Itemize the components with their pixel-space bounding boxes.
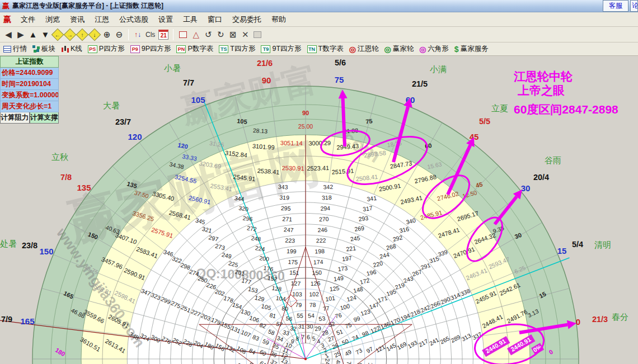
svg-text:269: 269 <box>354 224 365 232</box>
svg-text:320: 320 <box>238 205 249 212</box>
svg-text:221: 221 <box>346 244 356 252</box>
outer-label-28: 处暑 <box>0 239 17 248</box>
target-icon: ◎ <box>349 45 356 54</box>
pan-up-icon[interactable]: ↑ <box>76 28 89 41</box>
svg-text:224: 224 <box>255 244 265 252</box>
forward-icon[interactable]: ▶ <box>15 29 27 41</box>
9t-square-button[interactable]: T99T四方形 <box>261 44 301 54</box>
pan-right-icon[interactable]: → <box>64 28 77 41</box>
svg-text:55: 55 <box>297 312 303 319</box>
gann-wheel-button[interactable]: ◎江恩轮 <box>349 44 379 54</box>
panel-value-row-2: 变换系数=1.000000 <box>0 90 59 101</box>
outer-label-0: 小暑 <box>163 63 181 73</box>
shrink-icon[interactable]: ✕ <box>239 29 251 41</box>
outer-label-3: 21/6 <box>257 59 273 68</box>
outer-label-30: 150 <box>39 247 53 256</box>
panel-value-row-3: 周天变化步长=1 <box>0 101 59 112</box>
instrument-name: 上证指数 <box>0 56 59 68</box>
svg-text:175: 175 <box>288 258 298 266</box>
pan-left-icon[interactable]: ← <box>51 28 64 41</box>
pointer-up-icon[interactable]: ▲ <box>27 29 39 41</box>
outer-label-22: 大暑 <box>103 101 120 110</box>
quotes-button[interactable]: 行情 <box>3 44 27 54</box>
panel-buttons: 计算阻力 计算支撑 <box>0 112 59 124</box>
annotation-text-1: 上帝之眼 <box>517 84 565 97</box>
ps-icon: PS <box>88 45 97 53</box>
winner-service-button[interactable]: $赢家服务 <box>454 44 489 54</box>
menu-item-1[interactable]: 浏览 <box>40 13 65 26</box>
gann-wheel-chart: 赢家财富网赢家财富www.yingjia360.comcomQQ:1008003… <box>0 56 638 364</box>
svg-text:174: 174 <box>313 258 323 266</box>
sectors-button[interactable]: 板块 <box>32 44 55 54</box>
outer-label-6: 75 <box>335 75 344 84</box>
customer-service-button[interactable]: 客服 <box>603 0 628 12</box>
p-table-button[interactable]: PNP数字表 <box>176 44 213 54</box>
kline-button[interactable]: K线 <box>61 44 82 54</box>
t9-icon: T9 <box>261 45 270 53</box>
outer-label-16: 清明 <box>594 240 611 249</box>
triangle-tool-icon[interactable]: △ <box>190 29 202 41</box>
zoom-out-icon[interactable]: ⊖ <box>113 29 125 41</box>
svg-text:128: 128 <box>271 285 282 292</box>
hexagon-button[interactable]: ◎六角形 <box>419 44 449 54</box>
menu-logo-icon: 赢 <box>3 15 11 25</box>
outer-label-15: 30 <box>521 183 531 193</box>
p9-icon: P9 <box>130 45 140 53</box>
forum-button[interactable]: 论坛 <box>630 0 638 12</box>
winner-wheel-button[interactable]: ◎赢家轮 <box>384 44 414 54</box>
svg-text:56: 56 <box>285 315 293 323</box>
outer-label-31: 7/9 <box>1 315 12 324</box>
calendar-icon[interactable]: 21 <box>158 30 168 40</box>
menu-item-9[interactable]: 帮助 <box>266 13 291 26</box>
outer-label-32: 165 <box>20 316 34 326</box>
toolbar-label: 板块 <box>41 44 55 54</box>
svg-text:318: 318 <box>322 194 332 201</box>
svg-text:294: 294 <box>320 205 330 212</box>
outer-label-10: 立夏 <box>491 103 508 113</box>
9p-square-button[interactable]: P99P四方形 <box>130 44 171 54</box>
svg-text:104: 104 <box>275 295 286 302</box>
blocks-icon <box>32 45 40 53</box>
toolbar-label: 六角形 <box>428 44 449 54</box>
zoom-in-icon[interactable]: ⊕ <box>101 29 113 41</box>
outer-label-24: 120 <box>128 132 142 141</box>
calc-support-button[interactable]: 计算支撑 <box>30 112 59 124</box>
panel-value-row-1: 时间=20190104 <box>0 79 59 90</box>
toolbar-label: 行情 <box>13 44 27 54</box>
menu-item-7[interactable]: 窗口 <box>203 13 227 26</box>
instrument-panel: 上证指数 价格=2440.9099时间=20190104变换系数=1.00000… <box>0 56 59 124</box>
rotate-cw-icon[interactable]: ↻ <box>214 29 227 41</box>
outer-label-1: 7/7 <box>183 78 194 87</box>
menu-item-8[interactable]: 交易委托 <box>227 13 266 26</box>
instrument-values: 价格=2440.9099时间=20190104变换系数=1.000000周天变化… <box>0 68 59 112</box>
outer-label-8: 21/5 <box>412 79 428 88</box>
menu-item-4[interactable]: 公式选股 <box>114 13 153 26</box>
svg-text:25.00: 25.00 <box>298 123 313 130</box>
xbox-icon[interactable]: ⊠ <box>227 29 239 41</box>
menu-item-6[interactable]: 工具 <box>178 13 203 26</box>
p-square-button[interactable]: PSP四方形 <box>88 44 125 54</box>
updown-icon[interactable]: ↑↓ <box>132 29 144 41</box>
svg-text:31: 31 <box>298 323 304 330</box>
cls-button[interactable]: Cls <box>144 29 157 41</box>
menu-item-0[interactable]: 文件 <box>16 13 40 26</box>
outer-label-29: 23/8 <box>22 241 37 250</box>
svg-text:125: 125 <box>329 285 340 292</box>
menu-item-5[interactable]: 设置 <box>153 13 178 26</box>
panel-icon[interactable] <box>254 31 261 38</box>
svg-text:176: 176 <box>263 264 274 272</box>
back-icon[interactable]: ◀ <box>2 29 15 41</box>
calc-resistance-button[interactable]: 计算阻力 <box>0 112 30 124</box>
t-square-button[interactable]: TST四方形 <box>219 44 255 54</box>
svg-text:102: 102 <box>309 290 319 297</box>
svg-text:317: 317 <box>362 205 373 212</box>
t-table-button[interactable]: TNT数字表 <box>307 44 344 54</box>
menu-item-2[interactable]: 资讯 <box>65 13 90 26</box>
pan-down-icon[interactable]: ↓ <box>88 28 101 41</box>
rectangle-tool-icon[interactable] <box>179 31 187 38</box>
menu-item-3[interactable]: 江恩 <box>90 13 114 26</box>
svg-text:72: 72 <box>346 361 353 364</box>
application-window: 赢 赢家江恩专业版[赢家服务平台] - [上证指数 江恩轮] 客服 论坛 赢 文… <box>0 0 638 364</box>
rotate-ccw-icon[interactable]: ↺ <box>202 29 214 41</box>
pointer-down-icon[interactable]: ▼ <box>39 29 51 41</box>
